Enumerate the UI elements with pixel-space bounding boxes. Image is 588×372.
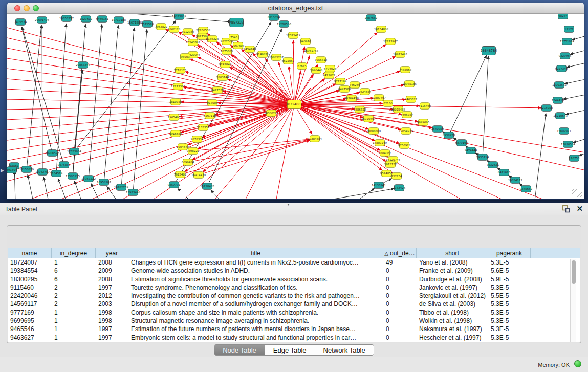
table-cell[interactable]: 2008 xyxy=(96,258,128,267)
graph-edge[interactable] xyxy=(28,174,33,199)
west-splitter-handle[interactable]: ▶ xyxy=(1,168,4,173)
graph-edge[interactable] xyxy=(328,189,394,199)
graph-edge[interactable] xyxy=(133,29,147,192)
table-cell[interactable]: 9777169 xyxy=(8,309,52,317)
table-cell[interactable]: Jankovic et al. (1997) xyxy=(417,283,488,292)
table-cell[interactable]: 1 xyxy=(52,334,96,342)
table-cell[interactable]: Corpus callosum shape and size in male p… xyxy=(128,309,383,317)
graph-edge[interactable] xyxy=(293,40,294,104)
column-header[interactable]: △out_de… xyxy=(383,248,417,258)
table-cell[interactable]: 9699695 xyxy=(8,317,52,325)
table-cell[interactable]: 5.6E-5 xyxy=(488,267,531,275)
table-cell[interactable]: 9465546 xyxy=(8,325,52,333)
graph-edge[interactable] xyxy=(294,104,584,171)
scrollbar-thumb[interactable] xyxy=(572,260,576,284)
graph-edge[interactable] xyxy=(42,25,42,172)
graph-edge[interactable] xyxy=(7,104,294,171)
table-cell[interactable]: 1 xyxy=(52,258,96,267)
tab-network-table[interactable]: Network Table xyxy=(315,345,374,355)
table-cell[interactable]: 6 xyxy=(52,267,96,275)
table-cell[interactable]: 5.3E-5 xyxy=(488,334,531,342)
graph-edge[interactable] xyxy=(567,62,584,68)
table-row[interactable]: 2242004622012Investigating the contribut… xyxy=(8,292,580,300)
table-cell[interactable]: 1998 xyxy=(96,309,128,317)
table-cell[interactable]: 49 xyxy=(383,258,417,267)
table-cell[interactable]: Franke et al. (2009) xyxy=(417,267,488,275)
table-cell[interactable]: 0 xyxy=(383,300,417,308)
table-cell[interactable]: Yano et al. (2008) xyxy=(417,258,488,267)
table-cell[interactable]: Wolkin et al. (1998) xyxy=(417,317,488,325)
table-cell[interactable]: Tibbo et al. (1998) xyxy=(417,309,488,317)
table-cell[interactable]: 0 xyxy=(383,317,417,325)
table-cell[interactable]: 5.3E-5 xyxy=(488,317,531,325)
graph-edge[interactable] xyxy=(27,25,41,169)
graph-edge[interactable] xyxy=(193,139,310,151)
window-resize-grip[interactable] xyxy=(572,189,582,197)
table-cell[interactable]: 0 xyxy=(383,267,417,275)
table-cell[interactable]: 2003 xyxy=(96,300,128,308)
graph-edge[interactable] xyxy=(22,27,64,165)
table-cell[interactable]: 5.3E-5 xyxy=(488,309,531,317)
table-cell[interactable]: 18724007 xyxy=(8,258,52,267)
table-cell[interactable]: 14569117 xyxy=(8,300,52,308)
memory-ok-indicator[interactable] xyxy=(574,360,581,367)
table-cell[interactable]: 2009 xyxy=(96,267,128,275)
table-cell[interactable]: 1997 xyxy=(96,325,128,333)
table-cell[interactable]: 18300295 xyxy=(8,275,52,283)
graph-edge[interactable] xyxy=(74,181,82,199)
table-row[interactable]: 1830029562008Estimation of significance … xyxy=(8,275,580,283)
table-panel-titlebar[interactable]: ▼ Table Panel ✕ xyxy=(0,203,588,215)
graph-edge[interactable] xyxy=(230,67,294,104)
table-row[interactable]: 1456911722003Disruption of a novel membe… xyxy=(8,300,580,308)
table-cell[interactable]: Estimation of the future numbers of pati… xyxy=(128,325,383,333)
table-row[interactable]: 946362711997Embryonic stem cells: a mode… xyxy=(8,334,580,342)
table-cell[interactable]: Stergiakouli et al. (2012) xyxy=(417,292,488,300)
table-cell[interactable]: Changes of HCN gene expression and I(f) … xyxy=(128,258,383,267)
column-header[interactable]: pagerank xyxy=(488,248,531,258)
graph-edge[interactable] xyxy=(573,138,584,143)
table-cell[interactable]: Genome-wide association studies in ADHD. xyxy=(128,267,383,275)
table-header-row[interactable]: namein_degreeyeartitle△out_de…shortpager… xyxy=(8,248,580,258)
table-cell[interactable]: 0 xyxy=(383,309,417,317)
column-header[interactable]: title xyxy=(128,248,383,258)
table-cell[interactable]: Disruption of a novel member of a sodium… xyxy=(128,300,383,308)
table-cell[interactable]: de Silva et al. (2003) xyxy=(417,300,488,308)
table-row[interactable]: 969969511998Structural magnetic resonanc… xyxy=(8,317,580,325)
table-cell[interactable]: 5.3E-5 xyxy=(488,325,531,333)
float-window-icon[interactable] xyxy=(562,205,570,213)
table-cell[interactable]: 6 xyxy=(52,275,96,283)
graph-edge[interactable] xyxy=(563,94,584,99)
table-cell[interactable]: Hescheler et al. (1997) xyxy=(417,334,488,342)
table-row[interactable]: 1938455462009Genome-wide association stu… xyxy=(8,267,580,275)
table-cell[interactable]: 0 xyxy=(383,334,417,342)
graph-edge[interactable] xyxy=(7,104,294,150)
graph-edge[interactable] xyxy=(7,69,294,104)
splitter-collapse-icon[interactable]: ▼ xyxy=(287,203,290,206)
table-cell[interactable]: 2 xyxy=(52,292,96,300)
close-panel-icon[interactable]: ✕ xyxy=(576,205,583,213)
table-cell[interactable]: 5.3E-5 xyxy=(488,300,531,308)
table-cell[interactable]: 19384554 xyxy=(8,267,52,275)
column-header[interactable]: name xyxy=(8,248,52,258)
table-cell[interactable]: 5.5E-5 xyxy=(488,292,531,300)
table-row[interactable]: 946554611997Estimation of the future num… xyxy=(8,325,580,333)
tab-edge-table[interactable]: Edge Table xyxy=(265,345,315,355)
table-cell[interactable]: Dudbridge et al. (2008) xyxy=(417,275,488,283)
table-cell[interactable]: 0 xyxy=(383,283,417,292)
column-header[interactable]: year xyxy=(96,248,128,258)
graph-edge[interactable] xyxy=(7,104,294,181)
table-cell[interactable]: 2 xyxy=(52,300,96,308)
table-row[interactable]: 977716911998Corpus callosum shape and si… xyxy=(8,309,580,317)
graph-edge[interactable] xyxy=(7,58,294,104)
graph-edge[interactable] xyxy=(565,110,584,115)
table-cell[interactable]: 22420046 xyxy=(8,292,52,300)
table-cell[interactable]: 1998 xyxy=(96,317,128,325)
column-header[interactable]: in_degree xyxy=(52,248,96,258)
graph-edge[interactable] xyxy=(91,183,100,199)
table-row[interactable]: 1872400712008Changes of HCN gene express… xyxy=(8,258,580,267)
table-cell[interactable]: 2012 xyxy=(96,292,128,300)
graph-edge[interactable] xyxy=(579,152,584,156)
table-cell[interactable]: 5.3E-5 xyxy=(488,258,531,267)
table-cell[interactable]: Embryonic stem cells: a model to study s… xyxy=(128,334,383,342)
graph-edge[interactable] xyxy=(14,171,15,199)
